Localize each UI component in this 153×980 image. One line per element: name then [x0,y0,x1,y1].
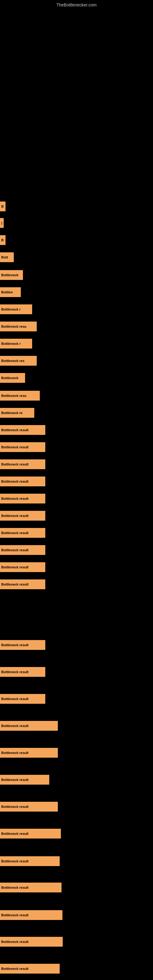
bottleneck-bar[interactable]: | [0,218,4,228]
bottleneck-bar[interactable]: Bottleneck result [0,425,45,435]
bottleneck-bar[interactable]: Bottleneck result [0,640,45,650]
bottleneck-bar[interactable]: Bottleneck [0,373,25,383]
bottleneck-bar[interactable]: Bottleneck result [0,511,45,520]
bottleneck-bar[interactable]: Bottleneck result [0,528,45,538]
bottleneck-bar[interactable]: B [0,235,5,245]
bottleneck-bar[interactable]: Bottleneck r [0,339,32,348]
bottleneck-bar[interactable]: Bottleneck res [0,356,37,366]
bottleneck-bar[interactable]: Bottleneck result [0,442,45,452]
bottleneck-bar[interactable]: Bottleneck result [0,494,45,503]
bottleneck-bar[interactable]: Bottleneck [0,270,23,280]
bottleneck-bar[interactable]: Bottleneck result [0,829,61,838]
bottleneck-bar[interactable]: Bottleneck result [0,748,58,758]
bottleneck-bar[interactable]: Bottlen [0,287,21,297]
bottleneck-bar[interactable]: Bottleneck re [0,408,34,418]
bottleneck-bar[interactable]: Bottleneck result [0,721,58,731]
bottleneck-bar[interactable]: Bottleneck result [0,460,45,469]
bottleneck-bar[interactable]: Bottleneck result [0,856,60,866]
bottleneck-bar[interactable]: Bottleneck result [0,883,62,892]
bottleneck-bar[interactable]: Bottleneck result [0,802,58,811]
site-title: TheBottlenecker.com [56,2,97,7]
bottleneck-bar[interactable]: Bottleneck resu [0,391,40,401]
bottleneck-bar[interactable]: Bottleneck result [0,545,45,555]
bottleneck-bar[interactable]: Bottleneck result [0,775,49,784]
bottleneck-bar[interactable]: Bottleneck result [0,937,63,947]
bottleneck-bar[interactable]: Bottleneck result [0,694,45,704]
bottleneck-bar[interactable]: Bottleneck result [0,910,62,920]
bottleneck-bar[interactable]: Bottleneck result [0,667,45,677]
bottleneck-bar[interactable]: Bottleneck result [0,562,45,572]
bottleneck-bar[interactable]: Bottleneck result [0,579,45,589]
bottleneck-bar[interactable]: B [0,202,5,211]
bottleneck-bar[interactable]: Bottleneck r [0,304,32,314]
bottleneck-bar[interactable]: Bottleneck result [0,477,45,486]
bottleneck-bar[interactable]: Bottleneck resu [0,321,37,331]
bottleneck-bar[interactable]: Bottleneck result [0,964,60,974]
bottleneck-bar[interactable]: Bott [0,252,14,262]
